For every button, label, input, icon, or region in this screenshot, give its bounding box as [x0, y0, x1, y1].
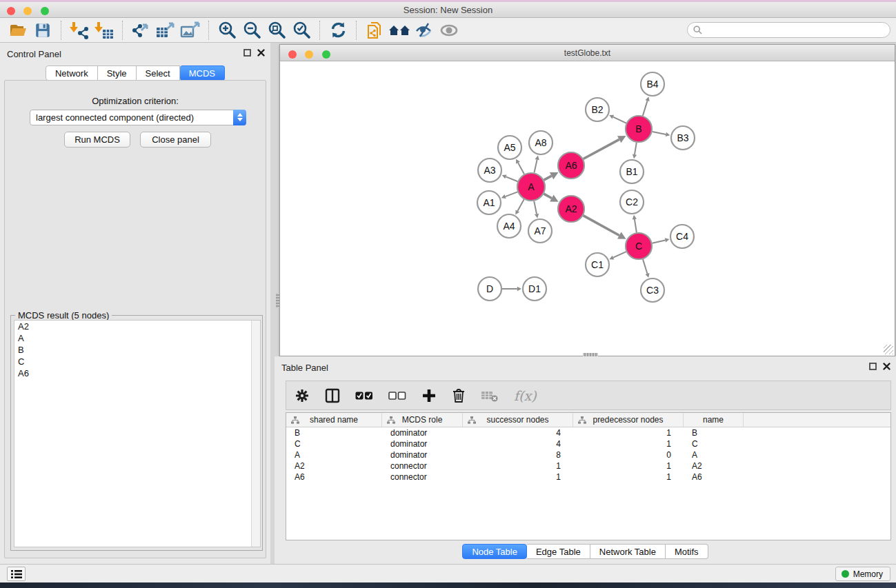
export-table-icon[interactable]: [153, 20, 178, 41]
edge-A6-B[interactable]: [584, 139, 619, 159]
add-icon[interactable]: [421, 388, 437, 403]
cell-successor-nodes[interactable]: 4: [463, 438, 573, 449]
tab-node-table[interactable]: Node Table: [462, 544, 527, 559]
run-mcds-button[interactable]: Run MCDS: [64, 132, 130, 148]
edge-B-B3[interactable]: [653, 132, 666, 134]
edge-A-A7[interactable]: [534, 201, 537, 214]
result-item[interactable]: B: [14, 344, 260, 356]
search-field[interactable]: [706, 26, 884, 35]
cell-name[interactable]: B: [684, 427, 744, 438]
edge-B-B2[interactable]: [613, 117, 626, 123]
cell-shared-name[interactable]: C: [286, 438, 382, 449]
task-history-button[interactable]: [7, 567, 26, 581]
tab-style[interactable]: Style: [98, 65, 137, 81]
network-view-window[interactable]: testGlobe.txt B4B2BB3A8A5A6B1A3AC2A1A2A4…: [279, 44, 895, 356]
close-panel-icon[interactable]: [257, 49, 265, 57]
copy-network-icon[interactable]: [362, 20, 387, 41]
zoom-fit-icon[interactable]: [264, 20, 289, 41]
tab-select[interactable]: Select: [137, 65, 180, 81]
cell-shared-name[interactable]: A6: [286, 472, 382, 483]
export-network-icon[interactable]: [128, 20, 153, 41]
table-row[interactable]: Bdominator41B: [286, 427, 890, 438]
edge-B-B1[interactable]: [635, 143, 637, 154]
edge-C-C4[interactable]: [653, 240, 666, 243]
edge-A-A6[interactable]: [544, 176, 552, 180]
table-row[interactable]: A2connector11A2: [286, 460, 890, 472]
export-image-icon[interactable]: [178, 20, 203, 41]
window-resize-grip[interactable]: [884, 345, 893, 354]
tab-network[interactable]: Network: [46, 65, 98, 81]
deselect-all-icon[interactable]: [388, 391, 406, 401]
zoom-out-icon[interactable]: [239, 20, 264, 41]
column-header-predecessor-nodes[interactable]: predecessor nodes: [573, 413, 684, 427]
cell-predecessor-nodes[interactable]: 1: [573, 472, 684, 483]
show-all-icon[interactable]: [437, 20, 461, 41]
gear-icon[interactable]: [295, 388, 310, 403]
tab-network-table[interactable]: Network Table: [590, 544, 666, 559]
cell-MCDS-role[interactable]: dominator: [382, 427, 463, 438]
cell-predecessor-nodes[interactable]: 1: [573, 427, 684, 438]
table-row[interactable]: A6connector11A6: [286, 472, 890, 483]
cell-successor-nodes[interactable]: 8: [463, 449, 573, 460]
edge-A-A3[interactable]: [506, 176, 517, 181]
criterion-dropdown[interactable]: largest connected component (directed): [30, 110, 246, 125]
select-all-icon[interactable]: [355, 391, 373, 401]
cell-predecessor-nodes[interactable]: 1: [573, 438, 684, 449]
zoom-selected-icon[interactable]: [289, 20, 314, 41]
cell-shared-name[interactable]: A: [286, 449, 382, 460]
mcds-result-list[interactable]: A2ABCA6: [14, 320, 261, 547]
close-panel-icon[interactable]: [883, 363, 890, 370]
cell-name[interactable]: C: [684, 438, 744, 449]
cell-name[interactable]: A: [684, 449, 744, 460]
edge-A-A2[interactable]: [544, 194, 551, 198]
zoom-in-icon[interactable]: [215, 20, 239, 41]
result-item[interactable]: A6: [14, 367, 260, 379]
network-window-titlebar[interactable]: testGlobe.txt: [280, 45, 895, 61]
splitter-grip[interactable]: [276, 293, 279, 308]
refresh-layout-icon[interactable]: [326, 20, 350, 41]
cell-successor-nodes[interactable]: 4: [463, 427, 573, 438]
delete-table-icon[interactable]: [481, 389, 499, 403]
edge-C-C1[interactable]: [613, 252, 626, 257]
cell-successor-nodes[interactable]: 1: [463, 472, 573, 483]
cell-name[interactable]: A6: [684, 472, 744, 483]
hide-selected-icon[interactable]: [412, 20, 437, 41]
network-graph[interactable]: B4B2BB3A8A5A6B1A3AC2A1A2A4A7C4CC1C3DD1: [281, 62, 894, 356]
cell-successor-nodes[interactable]: 1: [463, 460, 573, 472]
edge-C-C2[interactable]: [635, 219, 637, 232]
edge-C-C3[interactable]: [643, 259, 648, 274]
table-row[interactable]: Adominator80A: [286, 449, 890, 460]
app-titlebar[interactable]: Session: New Session: [0, 2, 896, 18]
open-icon[interactable]: [6, 20, 30, 41]
cell-predecessor-nodes[interactable]: 0: [573, 449, 684, 460]
memory-button[interactable]: Memory: [835, 567, 890, 581]
float-panel-icon[interactable]: [243, 49, 251, 57]
edge-B-B4[interactable]: [643, 101, 648, 116]
cell-predecessor-nodes[interactable]: 1: [573, 460, 684, 472]
column-header-shared-name[interactable]: shared name: [286, 413, 382, 427]
tab-mcds[interactable]: MCDS: [180, 65, 225, 81]
edge-A2-C[interactable]: [584, 216, 619, 236]
cell-MCDS-role[interactable]: connector: [382, 472, 463, 483]
trash-icon[interactable]: [452, 388, 466, 403]
cell-MCDS-role[interactable]: connector: [382, 460, 463, 472]
edge-A-A8[interactable]: [534, 160, 537, 173]
cell-shared-name[interactable]: B: [286, 427, 382, 438]
float-panel-icon[interactable]: [869, 363, 877, 370]
tab-motifs[interactable]: Motifs: [666, 544, 708, 559]
node-table[interactable]: shared nameMCDS rolesuccessor nodesprede…: [286, 412, 891, 540]
save-icon[interactable]: [30, 20, 55, 41]
cell-shared-name[interactable]: A2: [286, 460, 382, 472]
column-header-name[interactable]: name: [684, 413, 744, 427]
edge-A-A1[interactable]: [506, 192, 518, 196]
cell-MCDS-role[interactable]: dominator: [382, 449, 463, 460]
cell-name[interactable]: A2: [684, 460, 744, 472]
column-header-MCDS-role[interactable]: MCDS role: [382, 413, 463, 427]
edge-A-A5[interactable]: [518, 163, 524, 174]
hubba-homes-icon[interactable]: [387, 20, 412, 41]
scrollbar-track[interactable]: [251, 321, 260, 547]
edge-A-A4[interactable]: [517, 199, 524, 211]
import-table-icon[interactable]: [92, 20, 117, 41]
import-network-icon[interactable]: [67, 20, 92, 41]
columns-icon[interactable]: [325, 388, 340, 403]
